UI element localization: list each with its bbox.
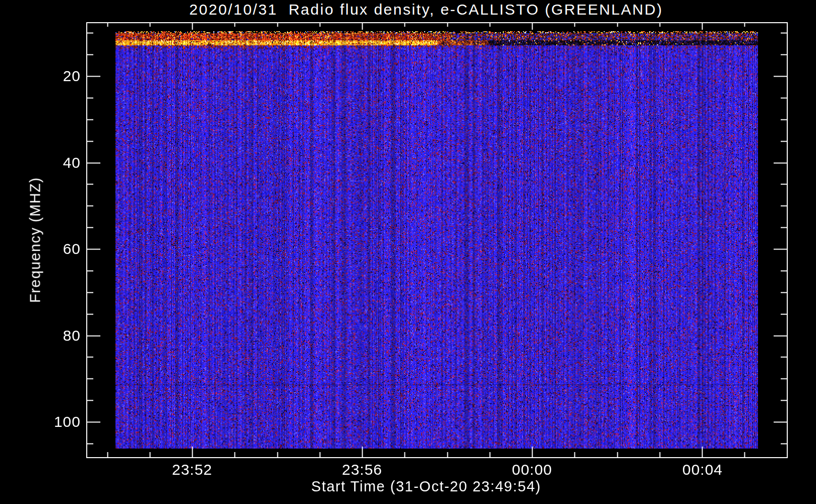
spectrogram-page: 2020/10/31 Radio flux density, e-CALLIST… — [0, 0, 816, 504]
y-tick-label: 80 — [0, 327, 81, 344]
x-tick-label: 00:04 — [682, 461, 723, 478]
y-tick-label: 40 — [0, 154, 81, 171]
x-tick-label: 00:00 — [512, 461, 552, 478]
plot-axes-frame — [0, 0, 816, 504]
x-tick-label: 23:56 — [342, 461, 382, 478]
y-tick-label: 20 — [0, 68, 81, 85]
x-axis-title: Start Time (31-Oct-20 23:49:54) — [311, 478, 541, 495]
y-axis-title: Frequency (MHZ) — [27, 177, 44, 303]
y-tick-label: 100 — [0, 413, 81, 430]
x-tick-label: 23:52 — [172, 461, 212, 478]
